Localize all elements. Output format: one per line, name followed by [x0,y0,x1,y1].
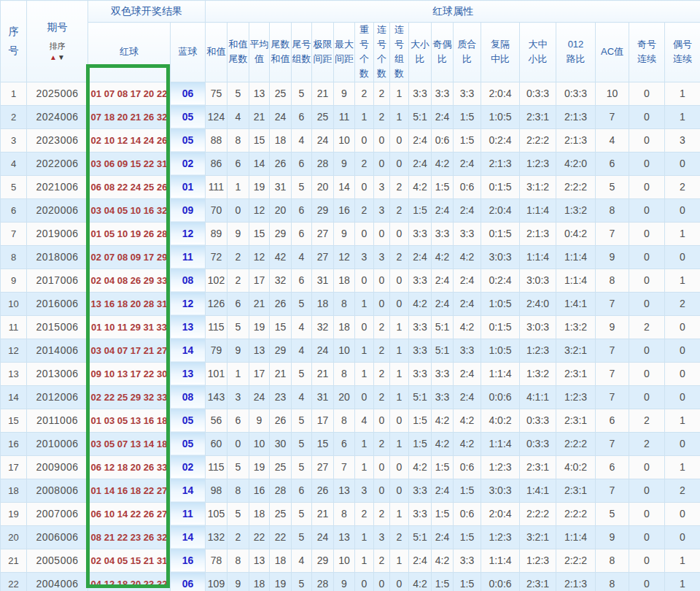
attr-value-cell: 1:2:3 [520,549,556,572]
attr-value-cell: 2:1:3 [481,152,520,175]
attr-value-cell: 20 [312,175,334,198]
attr-value-cell: 8 [334,292,355,315]
attr-value-cell: 0 [355,175,374,198]
attr-value-cell: 7 [596,479,629,502]
attr-value-cell: 0:1:5 [481,222,520,245]
attr-column-header: 连号组数 [390,23,409,82]
period-cell: 2019006 [27,222,88,245]
period-cell: 2008006 [27,479,88,502]
attr-value-cell: 0 [665,315,700,339]
attr-value-cell: 0:1:5 [481,175,520,198]
attr-value-cell: 3 [228,385,249,409]
period-cell: 2009006 [27,455,88,479]
attr-value-cell: 0 [374,572,390,591]
sort-ascending-icon[interactable]: ▲ [50,53,57,61]
attr-value-cell: 0 [390,128,409,152]
attr-value-cell: 1:1:4 [481,432,520,455]
attr-value-cell: 1 [665,455,700,479]
attr-value-cell: 27 [312,245,334,269]
table-row: 9201700602 04 08 26 29 33081022173263118… [1,269,700,292]
attr-value-cell: 5:1 [409,525,432,549]
sort-descending-icon[interactable]: ▼ [58,53,65,61]
attr-value-cell: 3:1:2 [520,175,556,198]
period-cell: 2016006 [27,292,88,315]
attr-value-cell: 1 [665,222,700,245]
attr-value-cell: 21 [249,292,270,315]
attr-value-cell: 115 [206,455,228,479]
attr-value-cell: 3:0:3 [520,315,556,339]
sort-label: 排序 [50,42,66,50]
blue-ball-cell: 13 [171,362,206,385]
attr-value-cell: 4:2 [454,315,481,339]
attr-value-cell: 0 [228,432,249,455]
attr-value-cell: 5 [596,175,629,198]
attr-value-cell: 1:1:4 [481,549,520,572]
attr-value-cell: 1:2:3 [481,525,520,549]
attr-value-cell: 1:0:5 [481,105,520,128]
attr-value-cell: 28 [312,152,334,175]
attr-value-cell: 0 [629,128,665,152]
period-header-label: 期号 [47,21,68,34]
period-cell: 2025006 [27,82,88,105]
attr-value-cell: 1 [390,432,409,455]
attr-value-cell: 2 [374,339,390,362]
attr-value-cell: 6 [292,198,312,222]
attr-value-cell: 2:4 [454,362,481,385]
serial-cell: 3 [1,128,27,152]
attr-value-cell: 17 [249,269,270,292]
blue-ball-cell: 12 [171,292,206,315]
attr-value-cell: 17 [312,409,334,432]
attr-value-cell: 24 [312,525,334,549]
attr-value-cell: 2:4 [432,105,454,128]
attr-value-cell: 9 [228,572,249,591]
attr-value-cell: 3:2:1 [556,339,596,362]
attr-value-cell: 19 [270,572,292,591]
attr-value-cell: 28 [312,572,334,591]
serial-cell: 5 [1,175,27,198]
attr-value-cell: 7 [596,385,629,409]
attr-column-header: 质合比 [454,23,481,82]
attr-value-cell: 1:0:5 [481,339,520,362]
attr-value-cell: 2 [228,525,249,549]
attr-value-cell: 15 [270,315,292,339]
attr-value-cell: 2 [355,198,374,222]
attr-value-cell: 5 [292,292,312,315]
red-balls-cell: 02 10 12 14 24 26 [88,128,171,152]
red-balls-cell: 01 10 11 29 31 33 [88,315,171,339]
attr-value-cell: 1:5 [432,572,454,591]
attr-value-cell: 3 [665,128,700,152]
blue-ball-cell: 05 [171,409,206,432]
table-row: 22200400604 12 18 20 23 3206109918195289… [1,572,700,591]
attr-value-cell: 0 [390,455,409,479]
attr-value-cell: 8 [228,549,249,572]
attr-value-cell: 18 [249,572,270,591]
blue-ball-cell: 14 [171,479,206,502]
attr-value-cell: 1:5 [432,175,454,198]
attr-value-cell: 1 [390,549,409,572]
attr-value-cell: 2:4 [432,525,454,549]
attr-value-cell: 3:3 [454,549,481,572]
attr-value-cell: 5 [228,455,249,479]
attr-value-cell: 0 [374,152,390,175]
attr-value-cell: 4:2 [432,432,454,455]
attr-value-cell: 1:2:3 [556,385,596,409]
attr-value-cell: 0 [629,479,665,502]
attr-value-cell: 2:4 [454,292,481,315]
period-cell: 2006006 [27,525,88,549]
period-cell: 2014006 [27,339,88,362]
attr-value-cell: 1:2:3 [520,339,556,362]
attr-value-cell: 3:3 [432,82,454,105]
attr-value-cell: 105 [206,502,228,525]
attr-value-cell: 4:2 [454,409,481,432]
attr-value-cell: 18 [270,128,292,152]
attr-value-cell: 2:2:2 [556,502,596,525]
attr-value-cell: 14 [334,175,355,198]
attr-value-cell: 27 [312,222,334,245]
attr-value-cell: 0 [355,385,374,409]
attr-value-cell: 0 [629,572,665,591]
attr-value-cell: 56 [206,409,228,432]
attr-value-cell: 1:5 [454,105,481,128]
attr-value-cell: 6 [228,409,249,432]
table-row: 1202500601 07 08 17 20 22067551325521922… [1,82,700,105]
attr-value-cell: 2:3:1 [520,105,556,128]
